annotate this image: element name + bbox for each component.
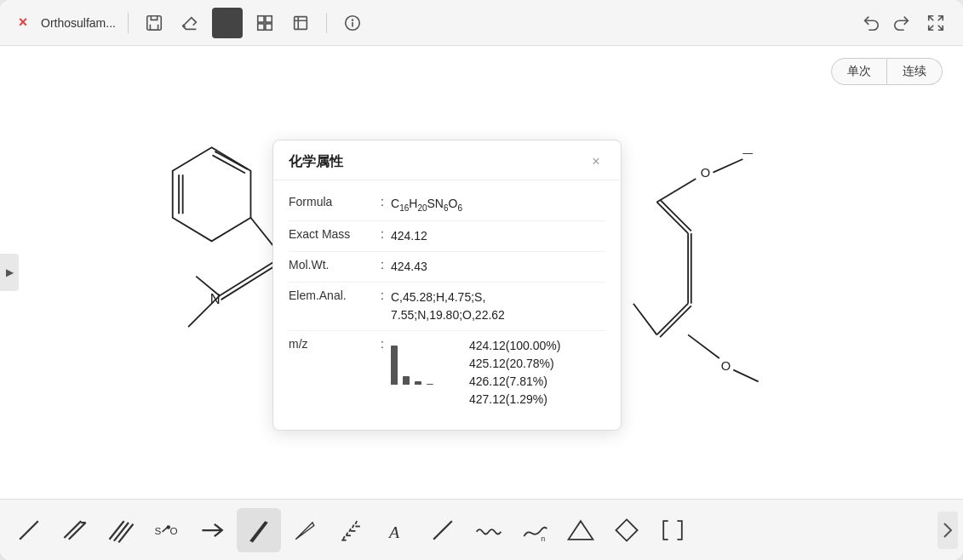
- toolbar-left: × Orthosulfam...: [14, 8, 851, 38]
- undo-redo-group: [857, 9, 915, 37]
- wavy-bond-tool[interactable]: [467, 508, 511, 552]
- top-toolbar: × Orthosulfam...: [0, 0, 963, 46]
- svg-marker-48: [249, 521, 268, 542]
- svg-marker-63: [616, 519, 637, 540]
- svg-text:O: O: [701, 166, 710, 180]
- svg-text:—: —: [742, 147, 753, 159]
- elem-anal-row: Elem.Anal. : C,45.28;H,4.75;S, 7.55;N,19…: [289, 283, 605, 331]
- svg-line-29: [656, 179, 696, 203]
- svg-line-46: [163, 526, 169, 531]
- svg-line-52: [349, 529, 351, 532]
- mz-colon: :: [374, 337, 391, 351]
- mz-bar-wrap: [403, 342, 410, 385]
- close-button[interactable]: ×: [14, 14, 32, 32]
- svg-text:O: O: [721, 359, 731, 373]
- collapse-arrow[interactable]: ▶: [0, 254, 19, 291]
- svg-line-34: [733, 370, 758, 382]
- bold-bond-tool[interactable]: [237, 508, 281, 552]
- wedge-bond-tool[interactable]: [283, 508, 327, 552]
- layout-button[interactable]: [251, 9, 278, 37]
- mode-buttons: 单次 连续: [831, 58, 943, 85]
- molwt-label: Mol.Wt.: [289, 258, 374, 271]
- elem-anal-value: C,45.28;H,4.75;S, 7.55;N,19.80;O,22.62: [391, 289, 505, 324]
- triple-bond-tool[interactable]: [99, 508, 143, 552]
- toolbar-right: [857, 9, 949, 37]
- formula-row: Formula : C16H20SN6O6: [289, 189, 605, 221]
- mz-bar: [391, 346, 398, 385]
- svg-line-27: [660, 306, 691, 337]
- svg-line-23: [660, 200, 691, 231]
- more-tools-button[interactable]: [937, 511, 958, 549]
- undo-button[interactable]: [857, 9, 885, 37]
- mz-row: m/z : 424.12(100.00%) 425.12(20.78%) 426…: [289, 331, 605, 414]
- chem-table: Formula : C16H20SN6O6 Exact Mass : 424.1…: [273, 180, 621, 430]
- svg-rect-5: [295, 16, 307, 29]
- exact-mass-label: Exact Mass: [289, 227, 374, 241]
- svg-rect-2: [266, 15, 272, 21]
- mz-values: 424.12(100.00%) 425.12(20.78%) 426.12(7.…: [469, 337, 560, 409]
- svg-line-53: [353, 524, 354, 528]
- formula-label: Formula: [289, 195, 374, 209]
- snake-bond-tool[interactable]: n: [513, 508, 557, 552]
- single-mode-button[interactable]: 单次: [831, 58, 887, 85]
- elem-anal-colon: :: [374, 289, 391, 302]
- exact-mass-colon: :: [374, 227, 391, 241]
- mz-bar: [415, 381, 421, 385]
- sulfur-bond-tool[interactable]: S O: [145, 508, 189, 552]
- molwt-value: 424.43: [391, 258, 427, 276]
- mz-bar-wrap: [415, 342, 421, 385]
- dashed-bond-tool[interactable]: [329, 508, 373, 552]
- svg-marker-9: [173, 147, 251, 241]
- expand-button[interactable]: [922, 9, 949, 37]
- svg-marker-49: [295, 523, 314, 540]
- svg-text:N: N: [210, 291, 221, 306]
- double-bond-tool[interactable]: [53, 508, 97, 552]
- svg-rect-4: [266, 23, 272, 29]
- separator-1: [128, 13, 129, 33]
- svg-line-12: [215, 151, 248, 169]
- svg-line-26: [656, 304, 688, 335]
- svg-line-54: [355, 521, 357, 524]
- svg-line-30: [688, 334, 719, 358]
- app-container: × Orthosulfam...: [0, 0, 963, 560]
- chem-properties-popup: 化学属性 × Formula : C16H20SN6O6 Exact Mass …: [272, 140, 622, 431]
- svg-rect-0: [147, 15, 162, 30]
- svg-line-50: [343, 536, 345, 540]
- diamond-tool[interactable]: [605, 508, 649, 552]
- mz-content: 424.12(100.00%) 425.12(20.78%) 426.12(7.…: [391, 337, 560, 409]
- separator-2: [326, 13, 327, 33]
- mz-bar-wrap: [391, 342, 398, 385]
- molwt-colon: :: [374, 258, 391, 271]
- svg-line-33: [713, 159, 742, 173]
- mz-chart: [391, 342, 459, 385]
- exact-mass-value: 424.12: [391, 227, 427, 245]
- svg-rect-1: [258, 15, 264, 21]
- redo-button[interactable]: [888, 9, 915, 37]
- continuous-mode-button[interactable]: 连续: [887, 58, 943, 85]
- svg-text:A: A: [387, 523, 400, 541]
- formula-value: C16H20SN6O6: [391, 195, 462, 214]
- svg-line-60: [433, 521, 452, 540]
- elem-anal-label: Elem.Anal.: [289, 289, 374, 302]
- info-button[interactable]: [339, 9, 366, 37]
- svg-rect-3: [258, 23, 264, 29]
- fill-color-button[interactable]: [212, 8, 243, 38]
- save-button[interactable]: [140, 9, 168, 37]
- text-tool[interactable]: A: [375, 508, 419, 552]
- triangle-tool[interactable]: [559, 508, 603, 552]
- exact-mass-row: Exact Mass : 424.12: [289, 221, 605, 252]
- popup-close-button[interactable]: ×: [587, 152, 605, 171]
- single-bond-tool[interactable]: [7, 508, 51, 552]
- canvas-area[interactable]: 单次 连续 ▶: [0, 46, 963, 499]
- popup-title: 化学属性: [289, 153, 343, 171]
- svg-text:n: n: [541, 534, 545, 542]
- bracket-tool[interactable]: [651, 508, 695, 552]
- eraser-button[interactable]: [176, 9, 203, 37]
- mz-bar-wrap: [427, 342, 433, 385]
- svg-line-22: [656, 202, 688, 233]
- arrow-tool[interactable]: [191, 508, 235, 552]
- popup-header: 化学属性 ×: [273, 140, 621, 180]
- line-tool[interactable]: [421, 508, 465, 552]
- mz-bar: [403, 376, 410, 385]
- frame-button[interactable]: [287, 9, 314, 37]
